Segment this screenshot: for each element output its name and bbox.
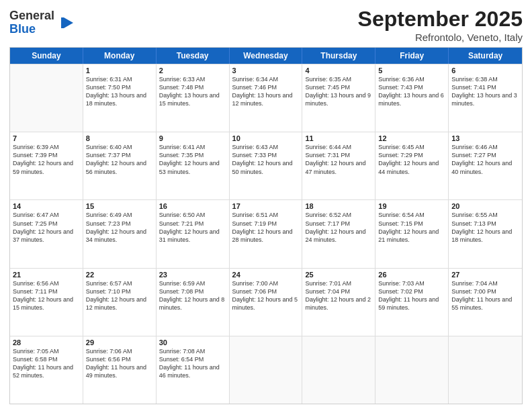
cell-date: 30 [159,338,226,347]
calendar-cell: 13Sunrise: 6:46 AMSunset: 7:27 PMDayligh… [449,132,522,199]
cell-info: Sunrise: 6:51 AMSunset: 7:19 PMDaylight:… [232,211,300,244]
svg-marker-0 [64,17,73,28]
svg-rect-1 [61,17,64,28]
cell-date: 24 [232,271,300,279]
calendar-cell: 12Sunrise: 6:45 AMSunset: 7:29 PMDayligh… [375,132,449,199]
cell-info: Sunrise: 6:54 AMSunset: 7:15 PMDaylight:… [378,211,445,244]
cell-date: 7 [13,134,80,142]
cell-info: Sunrise: 7:03 AMSunset: 7:02 PMDaylight:… [378,279,445,312]
cell-info: Sunrise: 6:50 AMSunset: 7:21 PMDaylight:… [159,211,226,244]
calendar-cell [449,336,522,404]
calendar-cell: 27Sunrise: 7:04 AMSunset: 7:00 PMDayligh… [449,269,522,336]
cell-info: Sunrise: 6:49 AMSunset: 7:23 PMDaylight:… [86,211,153,244]
header-day-thursday: Thursday [302,48,375,64]
cell-info: Sunrise: 6:44 AMSunset: 7:31 PMDaylight:… [305,143,372,176]
header-day-saturday: Saturday [449,48,522,64]
cell-date: 23 [159,271,226,279]
calendar-cell: 8Sunrise: 6:40 AMSunset: 7:37 PMDaylight… [83,132,157,199]
calendar-row-3: 14Sunrise: 6:47 AMSunset: 7:25 PMDayligh… [10,199,522,267]
cell-date: 21 [13,271,80,279]
calendar-cell: 6Sunrise: 6:38 AMSunset: 7:41 PMDaylight… [449,64,522,132]
cell-info: Sunrise: 7:04 AMSunset: 7:00 PMDaylight:… [451,279,519,312]
cell-info: Sunrise: 6:45 AMSunset: 7:29 PMDaylight:… [378,143,445,176]
calendar-cell: 5Sunrise: 6:36 AMSunset: 7:43 PMDaylight… [375,64,449,132]
calendar-cell: 30Sunrise: 7:08 AMSunset: 6:54 PMDayligh… [157,336,230,404]
calendar-cell: 14Sunrise: 6:47 AMSunset: 7:25 PMDayligh… [10,200,83,267]
calendar-cell [230,336,303,404]
cell-date: 25 [305,271,372,279]
cell-date: 1 [86,66,153,75]
cell-date: 29 [86,338,153,347]
cell-date: 8 [86,134,153,142]
calendar-cell: 24Sunrise: 7:00 AMSunset: 7:06 PMDayligh… [230,269,303,336]
cell-info: Sunrise: 6:41 AMSunset: 7:35 PMDaylight:… [159,143,226,176]
cell-info: Sunrise: 7:05 AMSunset: 6:58 PMDaylight:… [13,347,80,380]
calendar-header: SundayMondayTuesdayWednesdayThursdayFrid… [10,48,522,64]
calendar-cell: 25Sunrise: 7:01 AMSunset: 7:04 PMDayligh… [302,269,375,336]
calendar-row-4: 21Sunrise: 6:56 AMSunset: 7:11 PMDayligh… [10,268,522,336]
cell-info: Sunrise: 6:33 AMSunset: 7:48 PMDaylight:… [159,75,226,108]
calendar-cell: 10Sunrise: 6:43 AMSunset: 7:33 PMDayligh… [230,132,303,199]
calendar-cell: 23Sunrise: 6:59 AMSunset: 7:08 PMDayligh… [157,269,230,336]
calendar-row-1: 1Sunrise: 6:31 AMSunset: 7:50 PMDaylight… [10,64,522,132]
calendar-cell: 20Sunrise: 6:55 AMSunset: 7:13 PMDayligh… [449,200,522,267]
calendar-cell: 26Sunrise: 7:03 AMSunset: 7:02 PMDayligh… [375,269,449,336]
cell-date: 26 [378,271,445,279]
calendar: SundayMondayTuesdayWednesdayThursdayFrid… [9,47,523,404]
cell-info: Sunrise: 6:57 AMSunset: 7:10 PMDaylight:… [86,279,153,312]
calendar-cell: 19Sunrise: 6:54 AMSunset: 7:15 PMDayligh… [375,200,449,267]
cell-date: 13 [451,134,519,142]
calendar-cell: 4Sunrise: 6:35 AMSunset: 7:45 PMDaylight… [302,64,375,132]
logo-general: General [9,9,54,23]
header-day-friday: Friday [375,48,449,64]
calendar-cell: 16Sunrise: 6:50 AMSunset: 7:21 PMDayligh… [157,200,230,267]
calendar-cell: 9Sunrise: 6:41 AMSunset: 7:35 PMDaylight… [157,132,230,199]
cell-info: Sunrise: 6:59 AMSunset: 7:08 PMDaylight:… [159,279,226,312]
calendar-cell: 21Sunrise: 6:56 AMSunset: 7:11 PMDayligh… [10,269,83,336]
logo-text: General Blue [9,9,54,36]
calendar-cell: 11Sunrise: 6:44 AMSunset: 7:31 PMDayligh… [302,132,375,199]
calendar-cell: 1Sunrise: 6:31 AMSunset: 7:50 PMDaylight… [83,64,157,132]
calendar-cell [10,64,83,132]
calendar-row-2: 7Sunrise: 6:39 AMSunset: 7:39 PMDaylight… [10,132,522,199]
cell-info: Sunrise: 6:52 AMSunset: 7:17 PMDaylight:… [305,211,372,244]
cell-info: Sunrise: 6:31 AMSunset: 7:50 PMDaylight:… [86,75,153,108]
cell-info: Sunrise: 6:39 AMSunset: 7:39 PMDaylight:… [13,143,80,176]
cell-info: Sunrise: 6:55 AMSunset: 7:13 PMDaylight:… [451,211,519,244]
cell-info: Sunrise: 6:47 AMSunset: 7:25 PMDaylight:… [13,211,80,244]
logo: General Blue [9,9,76,36]
calendar-cell: 15Sunrise: 6:49 AMSunset: 7:23 PMDayligh… [83,200,157,267]
cell-info: Sunrise: 6:40 AMSunset: 7:37 PMDaylight:… [86,143,153,176]
cell-info: Sunrise: 6:36 AMSunset: 7:43 PMDaylight:… [378,75,445,108]
header-day-wednesday: Wednesday [230,48,303,64]
header-day-tuesday: Tuesday [157,48,230,64]
cell-date: 2 [159,66,226,75]
header: General Blue September 2025 Refrontolo, … [9,7,523,43]
cell-date: 22 [86,271,153,279]
calendar-cell: 18Sunrise: 6:52 AMSunset: 7:17 PMDayligh… [302,200,375,267]
calendar-cell: 7Sunrise: 6:39 AMSunset: 7:39 PMDaylight… [10,132,83,199]
cell-date: 27 [451,271,519,279]
calendar-cell: 29Sunrise: 7:06 AMSunset: 6:56 PMDayligh… [83,336,157,404]
calendar-cell: 22Sunrise: 6:57 AMSunset: 7:10 PMDayligh… [83,269,157,336]
title-month: September 2025 [358,7,523,32]
cell-info: Sunrise: 7:01 AMSunset: 7:04 PMDaylight:… [305,279,372,312]
cell-info: Sunrise: 6:35 AMSunset: 7:45 PMDaylight:… [305,75,372,108]
cell-date: 3 [232,66,300,75]
calendar-row-5: 28Sunrise: 7:05 AMSunset: 6:58 PMDayligh… [10,336,522,404]
cell-date: 4 [305,66,372,75]
cell-info: Sunrise: 6:34 AMSunset: 7:46 PMDaylight:… [232,75,300,108]
cell-date: 10 [232,134,300,142]
cell-date: 5 [378,66,445,75]
cell-date: 19 [378,202,445,210]
cell-info: Sunrise: 7:06 AMSunset: 6:56 PMDaylight:… [86,347,153,380]
header-day-sunday: Sunday [10,48,83,64]
cell-date: 20 [451,202,519,210]
cell-info: Sunrise: 7:08 AMSunset: 6:54 PMDaylight:… [159,347,226,380]
calendar-body: 1Sunrise: 6:31 AMSunset: 7:50 PMDaylight… [10,64,522,404]
cell-info: Sunrise: 6:46 AMSunset: 7:27 PMDaylight:… [451,143,519,176]
cell-info: Sunrise: 6:38 AMSunset: 7:41 PMDaylight:… [451,75,519,108]
cell-date: 28 [13,338,80,347]
logo-blue: Blue [9,23,54,36]
calendar-cell: 28Sunrise: 7:05 AMSunset: 6:58 PMDayligh… [10,336,83,404]
